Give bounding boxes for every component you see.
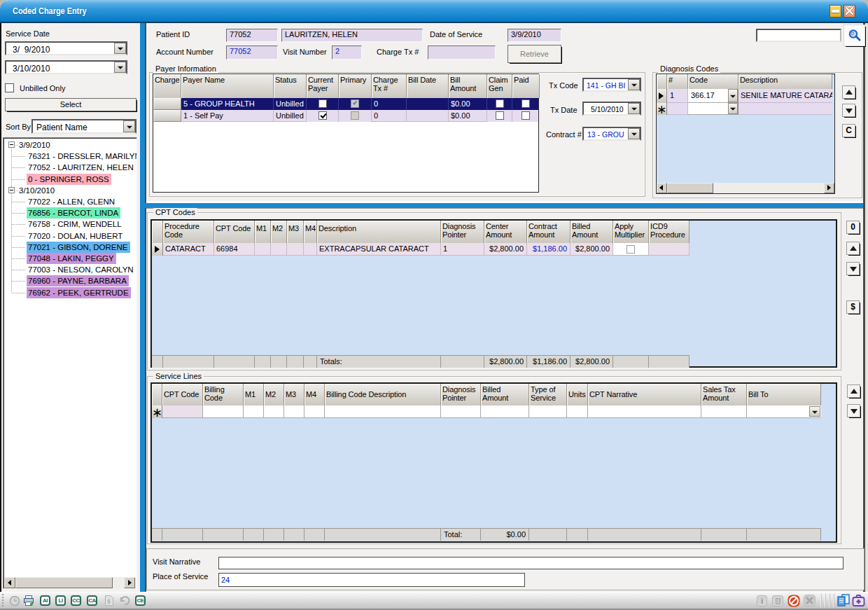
svg-text:$: $ [107,598,111,605]
